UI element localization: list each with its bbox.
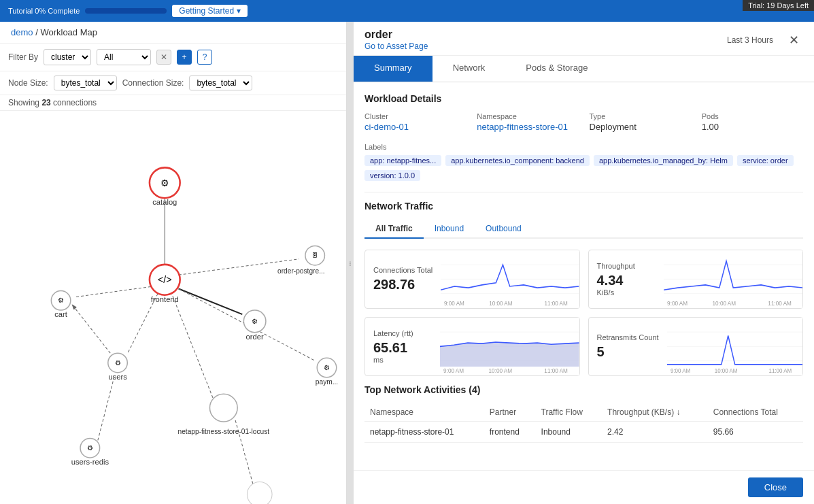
col-traffic-flow: Traffic Flow bbox=[536, 403, 603, 422]
time-range-label: Last 3 Hours bbox=[727, 35, 773, 45]
tab-pods-storage[interactable]: Pods & Storage bbox=[505, 56, 608, 82]
node-order[interactable]: ⚙ order bbox=[243, 310, 266, 341]
breadcrumb-demo-link[interactable]: demo bbox=[11, 27, 33, 37]
top-bar: Tutorial 0% Complete Getting Started ▾ T… bbox=[0, 0, 814, 22]
panel-header: order Go to Asset Page Last 3 Hours ✕ bbox=[354, 22, 814, 56]
col-connections-total: Connections Total bbox=[708, 403, 803, 422]
svg-text:11:00 AM: 11:00 AM bbox=[768, 299, 792, 306]
close-footer-button[interactable]: Close bbox=[748, 477, 803, 497]
node-order-postgres-label: order-postgre... bbox=[277, 267, 325, 275]
node-order-label: order bbox=[246, 333, 264, 341]
divider bbox=[364, 192, 803, 192]
svg-point-19 bbox=[247, 482, 272, 504]
add-filter-button[interactable]: + bbox=[177, 50, 192, 65]
cluster-detail: Cluster ci-demo-01 bbox=[364, 112, 466, 132]
label-tag-item: app.kubernetes.io_component: backend bbox=[445, 155, 590, 166]
activities-table: Namespace Partner Traffic Flow Throughpu… bbox=[364, 403, 803, 443]
cluster-link[interactable]: ci-demo-01 bbox=[364, 122, 409, 132]
workload-details-grid: Cluster ci-demo-01 Namespace netapp-fitn… bbox=[364, 112, 803, 132]
traffic-tab-all[interactable]: All Traffic bbox=[364, 220, 424, 239]
size-controls: Node Size: bytes_total Connection Size: … bbox=[0, 71, 346, 95]
node-locust[interactable]: netapp-fitness-store-01-locust bbox=[178, 394, 270, 435]
svg-text:9:00 AM: 9:00 AM bbox=[671, 367, 690, 373]
chevron-down-icon: ▾ bbox=[237, 6, 241, 16]
pods-label: Pods bbox=[702, 112, 803, 120]
type-detail: Type Deployment bbox=[590, 112, 691, 132]
svg-marker-38 bbox=[440, 342, 579, 367]
node-cart[interactable]: ⚙ cart bbox=[51, 291, 71, 319]
col-partner: Partner bbox=[484, 403, 536, 422]
row-connections: 95.66 bbox=[708, 421, 803, 442]
panel-title: order bbox=[364, 29, 428, 41]
node-users-redis-label: users-redis bbox=[71, 458, 109, 466]
node-size-select[interactable]: bytes_total bbox=[54, 75, 117, 90]
node-frontend[interactable]: </> frontend bbox=[150, 265, 180, 303]
activities-table-header: Namespace Partner Traffic Flow Throughpu… bbox=[364, 403, 803, 422]
breadcrumb-separator: / bbox=[35, 27, 38, 37]
breadcrumb-current: Workload Map bbox=[40, 27, 97, 37]
activities-section: Top Network Activities (4) Namespace Par… bbox=[364, 384, 803, 443]
workload-graph: ⚙ catalog </> frontend ⚙ cart bbox=[0, 111, 346, 504]
retransmits-chart: 9:00 AM 10:00 AM 11:00 AM bbox=[667, 318, 802, 375]
svg-text:10:00 AM: 10:00 AM bbox=[489, 367, 513, 373]
node-payment-label: paym... bbox=[316, 378, 338, 386]
clear-filter-button[interactable]: ✕ bbox=[156, 50, 171, 65]
trial-notice: Trial: 19 Days Left bbox=[743, 0, 814, 11]
activities-table-body: netapp-fitness-store-01 frontend Inbound… bbox=[364, 421, 803, 442]
label-tag-item: version: 1.0.0 bbox=[364, 170, 420, 181]
metric-card-latency: Latency (rtt) 65.61 ms bbox=[364, 317, 580, 376]
svg-line-1 bbox=[75, 286, 151, 297]
node-order-postgres-icon: 🗄 bbox=[312, 252, 318, 258]
node-order-icon: ⚙ bbox=[252, 318, 258, 325]
table-row: netapp-fitness-store-01 frontend Inbound… bbox=[364, 421, 803, 442]
panel-close-button[interactable]: ✕ bbox=[784, 31, 803, 50]
tab-network[interactable]: Network bbox=[433, 56, 506, 82]
namespace-label: Namespace bbox=[477, 112, 578, 120]
panel-subtitle: Go to Asset Page bbox=[364, 41, 428, 51]
node-order-postgres[interactable]: 🗄 order-postgre... bbox=[277, 246, 325, 275]
label-tag-item: app.kubernetes.io_managed_by: Helm bbox=[594, 155, 733, 166]
network-traffic-title: Network Traffic bbox=[364, 201, 803, 212]
filter-field-select[interactable]: cluster bbox=[44, 49, 91, 65]
node-users-redis[interactable]: ⚙ users-redis bbox=[71, 438, 109, 466]
filter-toolbar: Filter By cluster All ✕ + ? bbox=[0, 44, 346, 71]
traffic-tab-outbound[interactable]: Outbound bbox=[475, 220, 532, 239]
svg-line-7 bbox=[171, 294, 214, 403]
col-throughput[interactable]: Throughput (KB/s) ↓ bbox=[602, 403, 708, 422]
filter-value-select[interactable]: All bbox=[97, 49, 151, 65]
workload-details-title: Workload Details bbox=[364, 93, 803, 104]
svg-text:10:00 AM: 10:00 AM bbox=[714, 367, 737, 373]
metric-card-throughput: Throughput 4.34 KiB/s 9:00 AM 10:00 AM bbox=[588, 250, 804, 309]
asset-page-link[interactable]: Go to Asset Page bbox=[364, 41, 428, 51]
connections-metric-value: 298.76 bbox=[373, 277, 433, 292]
tab-summary[interactable]: Summary bbox=[354, 56, 433, 82]
node-users[interactable]: ⚙ users bbox=[108, 353, 128, 381]
type-value: Deployment bbox=[590, 122, 637, 132]
latency-chart: 9:00 AM 10:00 AM 11:00 AM bbox=[440, 318, 579, 375]
node-ip[interactable]: 10.42.1.1 bbox=[243, 482, 275, 504]
svg-line-9 bbox=[73, 305, 116, 360]
svg-text:9:00 AM: 9:00 AM bbox=[444, 299, 464, 306]
node-cart-label: cart bbox=[54, 310, 68, 318]
svg-text:10:00 AM: 10:00 AM bbox=[489, 299, 512, 306]
left-panel: demo / Workload Map Filter By cluster Al… bbox=[0, 22, 347, 504]
svg-text:11:00 AM: 11:00 AM bbox=[544, 367, 568, 373]
node-catalog-label: catalog bbox=[152, 198, 177, 206]
help-button[interactable]: ? bbox=[197, 50, 212, 65]
namespace-link[interactable]: netapp-fitness-store-01 bbox=[477, 122, 568, 132]
getting-started-button[interactable]: Getting Started ▾ bbox=[172, 5, 248, 17]
traffic-tab-inbound[interactable]: Inbound bbox=[424, 220, 475, 239]
panel-footer: Close bbox=[354, 470, 814, 504]
tutorial-progress-bar bbox=[85, 8, 167, 14]
svg-text:11:00 AM: 11:00 AM bbox=[768, 367, 792, 373]
connection-size-select[interactable]: bytes_total bbox=[189, 75, 252, 90]
drag-handle[interactable]: ··· bbox=[347, 22, 354, 504]
metric-left-connections: Connections Total 298.76 bbox=[365, 250, 441, 308]
pods-value: 1.00 bbox=[702, 122, 719, 132]
node-payment[interactable]: ⚙ paym... bbox=[316, 358, 338, 386]
node-catalog[interactable]: ⚙ catalog bbox=[150, 167, 180, 206]
throughput-metric-unit: KiB/s bbox=[597, 288, 656, 297]
connections-number: 23 bbox=[41, 98, 50, 107]
node-catalog-icon: ⚙ bbox=[160, 178, 169, 188]
retransmits-metric-name: Retransmits Count bbox=[597, 333, 659, 341]
